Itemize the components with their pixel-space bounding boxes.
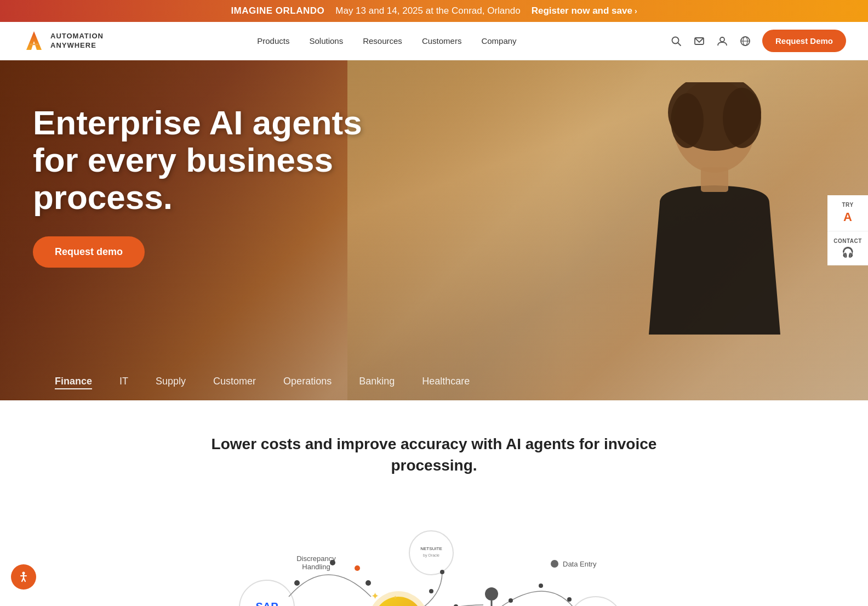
svg-point-43 (539, 584, 543, 588)
svg-text:by Oracle: by Oracle (423, 553, 439, 558)
svg-point-20 (409, 531, 453, 575)
side-widgets: TRY A CONTACT 🎧 (827, 195, 868, 265)
svg-text:SAP: SAP (255, 601, 278, 606)
svg-point-44 (567, 597, 572, 602)
hero-cta-button[interactable]: Request demo (33, 236, 145, 268)
nav-company[interactable]: Company (481, 36, 516, 46)
message-icon[interactable] (693, 35, 705, 47)
category-tab-customer[interactable]: Customer (213, 376, 256, 389)
svg-text:Handling: Handling (302, 563, 330, 571)
category-tab-healthcare[interactable]: Healthcare (422, 376, 470, 389)
svg-text:NETSUITE: NETSUITE (420, 546, 442, 551)
diagram-svg: SAP Discrepancy Handling NETSUITE by Ora… (201, 520, 667, 606)
svg-point-40 (568, 597, 623, 606)
contact-widget[interactable]: CONTACT 🎧 (827, 231, 868, 265)
category-tab-banking[interactable]: Banking (359, 376, 395, 389)
headset-icon: 🎧 (842, 246, 854, 258)
svg-text:Data Entry: Data Entry (563, 560, 597, 568)
accessibility-icon (17, 570, 30, 584)
accessibility-button[interactable] (11, 564, 36, 590)
main-header: AUTOMATION ANYWHERE Products Solutions R… (0, 22, 868, 60)
nav-resources[interactable]: Resources (363, 36, 402, 46)
svg-point-32 (485, 587, 498, 601)
content-section: Lower costs and improve accuracy with AI… (0, 400, 868, 520)
user-icon[interactable] (716, 35, 728, 47)
svg-text:✦: ✦ (393, 594, 397, 601)
category-tab-supply[interactable]: Supply (156, 376, 186, 389)
banner-arrow-icon: › (635, 7, 637, 15)
nav-customers[interactable]: Customers (422, 36, 462, 46)
try-label: TRY (842, 202, 853, 208)
category-tab-it[interactable]: IT (119, 376, 128, 389)
category-tab-finance[interactable]: Finance (55, 376, 92, 389)
diagram-area: SAP Discrepancy Handling NETSUITE by Ora… (0, 520, 868, 606)
svg-text:✦: ✦ (371, 591, 379, 602)
svg-point-18 (330, 560, 335, 565)
logo[interactable]: AUTOMATION ANYWHERE (22, 29, 104, 53)
svg-line-51 (24, 578, 25, 581)
content-subtitle: Lower costs and improve accuracy with AI… (187, 433, 681, 476)
hero-section: Enterprise AI agents for every business … (0, 60, 868, 400)
diagram-container: SAP Discrepancy Handling NETSUITE by Ora… (201, 520, 667, 606)
hero-content: Enterprise AI agents for every business … (0, 60, 868, 365)
nav-solutions[interactable]: Solutions (309, 36, 343, 46)
svg-point-17 (294, 580, 300, 586)
logo-text: AUTOMATION ANYWHERE (50, 32, 104, 50)
try-widget[interactable]: TRY A (827, 195, 868, 231)
main-nav: Products Solutions Resources Customers C… (257, 36, 516, 46)
hero-title: Enterprise AI agents for every business … (33, 104, 416, 217)
svg-point-16 (355, 565, 360, 571)
svg-line-1 (678, 43, 681, 46)
contact-label: CONTACT (833, 238, 862, 244)
svg-point-19 (366, 580, 371, 586)
header-actions: Request Demo (670, 30, 846, 52)
category-tabs: Finance IT Supply Customer Operations Ba… (0, 376, 868, 400)
svg-text:Discrepancy: Discrepancy (296, 554, 336, 563)
banner-event-date: May 13 and 14, 2025 at the Conrad, Orlan… (335, 5, 520, 16)
banner-event-name: IMAGINE ORLANDO (231, 5, 324, 16)
try-icon: A (843, 210, 852, 224)
svg-point-3 (720, 37, 724, 42)
svg-point-42 (509, 598, 513, 603)
announcement-banner: IMAGINE ORLANDO May 13 and 14, 2025 at t… (0, 0, 868, 22)
svg-point-24 (429, 589, 433, 593)
svg-point-23 (440, 570, 444, 574)
search-icon[interactable] (670, 35, 682, 47)
category-tab-operations[interactable]: Operations (283, 376, 332, 389)
banner-register-link[interactable]: Register now and save › (532, 5, 637, 16)
globe-icon[interactable] (739, 35, 751, 47)
svg-point-38 (551, 560, 558, 568)
request-demo-button[interactable]: Request Demo (762, 30, 846, 52)
nav-products[interactable]: Products (257, 36, 289, 46)
logo-icon (22, 29, 46, 53)
